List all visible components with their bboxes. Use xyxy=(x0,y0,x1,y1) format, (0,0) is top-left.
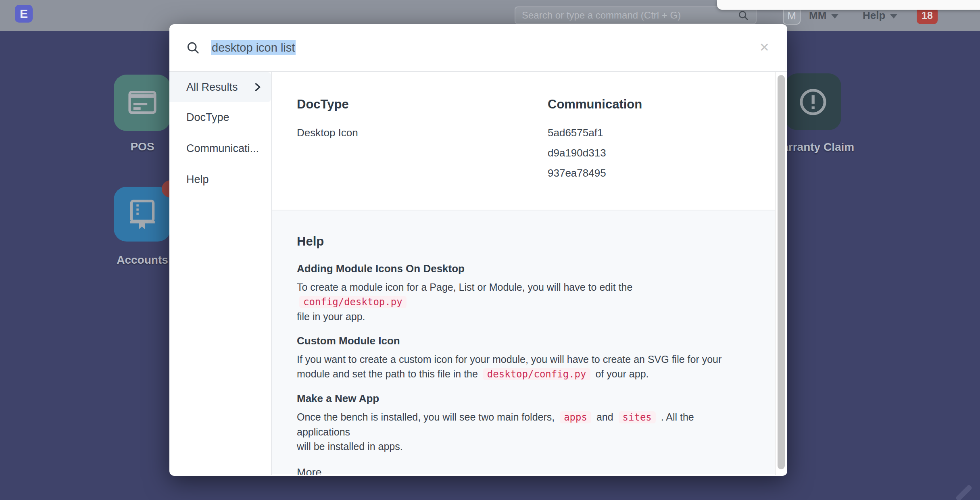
result-column-doctype: DocTypeDesktop Icon xyxy=(297,95,548,210)
chevron-down-icon xyxy=(890,14,897,19)
help-text-segment: will be installed in apps. xyxy=(297,441,403,452)
sidebar-item-communicati[interactable]: Communicati... xyxy=(169,133,271,164)
inline-code-chip: desktop/config.py xyxy=(483,368,590,380)
help-article-text: If you want to create a custom icon for … xyxy=(297,352,747,381)
dialog-scrollbar-thumb[interactable] xyxy=(778,75,785,469)
pencil-icon xyxy=(955,484,972,500)
help-text-segment: file in your app. xyxy=(297,311,365,322)
result-item[interactable]: 937ea78495 xyxy=(548,163,787,183)
desktop-icon-warranty-claim[interactable] xyxy=(785,73,841,130)
close-icon[interactable]: ✕ xyxy=(759,42,769,54)
result-section-title: Communication xyxy=(548,95,787,114)
book-icon xyxy=(125,196,160,232)
help-more-link[interactable]: More... xyxy=(297,467,747,475)
result-column-communication: Communication5ad6575af1d9a190d313937ea78… xyxy=(548,95,787,210)
inline-code-chip: sites xyxy=(619,411,656,423)
dialog-search-input[interactable]: desktop icon list xyxy=(211,41,296,54)
dialog-search-row: desktop icon list ✕ xyxy=(169,24,787,72)
help-article-title: Adding Module Icons On Desktop xyxy=(297,261,747,276)
sidebar-item-help[interactable]: Help xyxy=(169,164,271,195)
sidebar-item-all-results[interactable]: All Results xyxy=(169,72,271,102)
dialog-scrollbar-track xyxy=(775,72,787,475)
help-text-segment: and xyxy=(594,411,616,423)
navbar-search-placeholder: Search or type a command (Ctrl + G) xyxy=(522,10,737,21)
search-icon xyxy=(186,40,200,55)
desktop-icon-accounts[interactable] xyxy=(114,187,171,242)
result-section-title: DocType xyxy=(297,95,548,114)
result-items-list: 5ad6575af1d9a190d313937ea78495 xyxy=(548,123,787,183)
inline-code-chip: apps xyxy=(560,411,591,423)
inline-code-chip: config/desktop.py xyxy=(299,296,407,308)
desktop-icon-pos[interactable] xyxy=(114,75,171,131)
dialog-results: DocTypeDesktop IconCommunication5ad6575a… xyxy=(272,72,787,475)
result-item[interactable]: 5ad6575af1 xyxy=(548,123,787,143)
help-article-title: Custom Module Icon xyxy=(297,333,747,348)
help-article-title: Make a New App xyxy=(297,391,747,406)
result-item[interactable]: Desktop Icon xyxy=(297,123,548,143)
help-results-section: Help Adding Module Icons On DesktopTo cr… xyxy=(272,210,787,474)
app-logo[interactable]: E xyxy=(15,5,33,23)
help-text-segment: If you want to create a custom icon for … xyxy=(297,354,721,365)
screen: E Search or type a command (Ctrl + G) M … xyxy=(0,0,980,500)
chevron-right-icon xyxy=(252,81,263,93)
help-section-title: Help xyxy=(297,232,747,251)
result-item[interactable]: d9a190d313 xyxy=(548,143,787,163)
selected-query-text: desktop icon list xyxy=(211,40,296,55)
alert-circle-icon xyxy=(794,83,832,121)
doctype-results-section: DocTypeDesktop IconCommunication5ad6575a… xyxy=(272,72,787,210)
help-text-segment: To create a module icon for a Page, List… xyxy=(297,281,632,293)
help-menu-label: Help xyxy=(863,9,885,22)
global-search-dialog: desktop icon list ✕ All Results DocTypeC… xyxy=(169,24,787,476)
sidebar-item-label: All Results xyxy=(186,81,238,94)
dialog-body: All Results DocTypeCommunicati...Help Do… xyxy=(169,72,787,475)
sidebar-item-doctype[interactable]: DocType xyxy=(169,102,271,133)
search-icon xyxy=(737,9,749,21)
desktop-icon-pos-label: POS xyxy=(130,140,154,153)
dialog-sidebar: All Results DocTypeCommunicati...Help xyxy=(169,72,272,475)
result-items-list: Desktop Icon xyxy=(297,123,548,143)
help-text-segment: of your app. xyxy=(593,368,649,379)
sidebar-item-label: Communicati... xyxy=(186,142,259,155)
sidebar-item-label: DocType xyxy=(186,111,229,124)
help-text-segment: Once the bench is installed, you will se… xyxy=(297,411,557,423)
sidebar-item-label: Help xyxy=(186,173,209,186)
pos-card-icon xyxy=(125,85,160,120)
chevron-down-icon xyxy=(831,14,838,19)
help-text-segment: module and set the path to this file in … xyxy=(297,368,481,379)
user-menu-label: MM xyxy=(809,9,826,22)
help-article-text: To create a module icon for a Page, List… xyxy=(297,280,747,324)
help-article-text: Once the bench is installed, you will se… xyxy=(297,410,747,454)
system-notification-bar xyxy=(717,0,980,10)
desktop-icon-accounts-label: Accounts xyxy=(117,254,168,267)
